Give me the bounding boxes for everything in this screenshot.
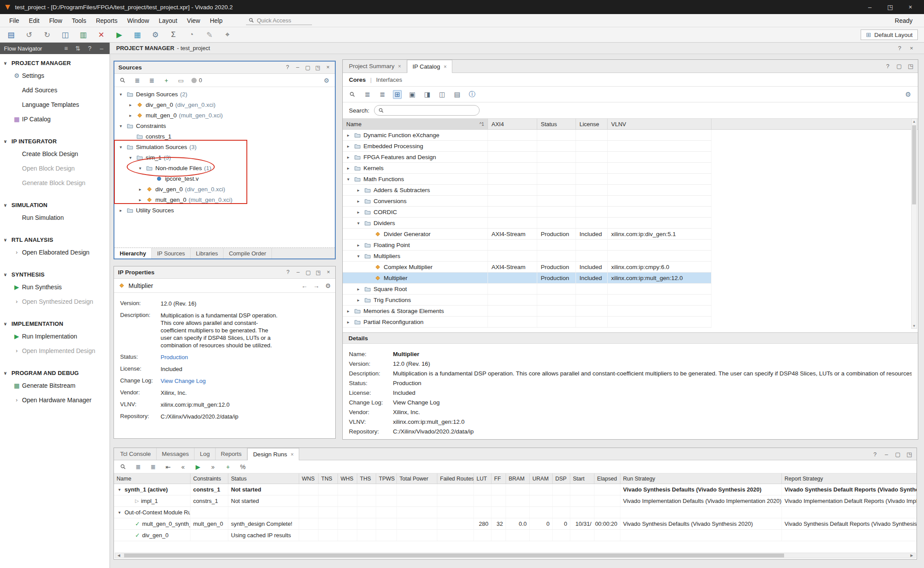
expand-all-icon[interactable]: ≣ [149, 462, 157, 471]
column-header-tpws[interactable]: TPWS [376, 473, 397, 484]
flow-item-ip-catalog[interactable]: ▦IP Catalog [0, 112, 110, 126]
subtab-interfaces[interactable]: Interfaces [376, 76, 402, 83]
float-icon[interactable]: ▢ [305, 64, 311, 71]
chevron-down-icon[interactable]: ▾ [118, 92, 124, 97]
scroll-up-icon[interactable]: ▲ [912, 119, 917, 124]
collapse-all-icon[interactable]: ≣ [133, 76, 141, 85]
sources-tree-item-constrs-1[interactable]: constrs_1 [114, 131, 335, 142]
catalog-row-cordic[interactable]: ▸CORDIC [343, 207, 711, 218]
fast-forward-icon[interactable]: » [209, 462, 217, 471]
probe-icon[interactable]: ⌖ [223, 30, 232, 39]
chevron-down-icon[interactable]: ▾ [137, 166, 143, 171]
redo-icon[interactable]: ↻ [42, 30, 52, 40]
flow-item-add-sources[interactable]: Add Sources [0, 83, 110, 97]
help-icon[interactable]: ? [285, 64, 290, 71]
catalog-row-embedded-processing[interactable]: ▸Embedded Processing [343, 141, 711, 152]
close-icon[interactable]: × [901, 1, 920, 13]
chevron-down-icon[interactable]: ▾ [356, 221, 361, 226]
sources-tree-item-design-sources[interactable]: ▾Design Sources(2) [114, 89, 335, 99]
tab-reports[interactable]: Reports [216, 448, 247, 460]
customize-ip-icon[interactable]: ◨ [423, 90, 432, 99]
column-header-bram[interactable]: BRAM [506, 473, 530, 484]
search-icon[interactable] [348, 90, 357, 99]
design-run-row-synth-1-active[interactable]: ▾synth_1 (active)constrs_1Not startedViv… [114, 484, 917, 495]
grid-icon[interactable]: ▤ [453, 90, 462, 99]
column-header-lut[interactable]: LUT [474, 473, 491, 484]
sum-icon[interactable]: Σ [169, 30, 178, 39]
hierarchy-view-icon[interactable]: ⊞ [393, 90, 402, 99]
chevron-right-icon[interactable]: ▸ [128, 102, 133, 107]
catalog-row-adders-subtracters[interactable]: ▸Adders & Subtracters [343, 185, 711, 196]
minimize-icon[interactable]: – [295, 269, 301, 276]
catalog-row-memories-storage-elements[interactable]: ▸Memories & Storage Elements [343, 306, 711, 317]
float-icon[interactable]: ▢ [305, 269, 311, 276]
chevron-right-icon[interactable]: ▸ [356, 287, 361, 291]
forward-icon[interactable]: → [313, 282, 319, 289]
flow-item-open-implemented-design[interactable]: ›Open Implemented Design [0, 343, 110, 358]
maximize-icon[interactable]: ◳ [906, 451, 912, 458]
catalog-row-multipliers[interactable]: ▾Multipliers [343, 251, 711, 262]
sources-tree-item-non-module-files[interactable]: ▾Non-module Files(1) [114, 163, 335, 173]
menu-help[interactable]: Help [205, 17, 227, 24]
minimize-icon[interactable]: – [884, 451, 889, 458]
menu-reports[interactable]: Reports [91, 17, 122, 24]
column-header-name[interactable]: Name^1 [343, 119, 488, 129]
info-icon[interactable]: ⓘ [468, 90, 477, 99]
chevron-down-icon[interactable]: ▾ [118, 145, 124, 149]
scroll-down-icon[interactable]: ▼ [912, 324, 917, 328]
close-icon[interactable]: × [290, 451, 293, 458]
menu-edit[interactable]: Edit [24, 17, 44, 24]
collapse-all-icon[interactable]: ≣ [363, 90, 372, 99]
catalog-row-divider-generator[interactable]: Divider GeneratorAXI4-StreamProductionIn… [343, 229, 711, 240]
chevron-right-icon[interactable]: ▸ [137, 187, 143, 192]
maximize-icon[interactable]: ◳ [908, 63, 913, 69]
close-icon[interactable]: × [398, 63, 401, 69]
close-icon[interactable]: × [325, 64, 331, 71]
flow-item-run-implementation[interactable]: ▶Run Implementation [0, 329, 110, 343]
catalog-row-fpga-features-and-design[interactable]: ▸FPGA Features and Design [343, 152, 711, 163]
tab-log[interactable]: Log [194, 448, 216, 460]
chevron-right-icon[interactable]: ▸ [356, 188, 361, 193]
catalog-row-conversions[interactable]: ▸Conversions [343, 196, 711, 207]
flow-section-header-ip-integrator[interactable]: ∨IP INTEGRATOR [0, 136, 110, 146]
close-icon[interactable]: × [909, 45, 914, 51]
edit-icon[interactable]: ✎ [205, 30, 214, 40]
scroll-right-icon[interactable]: ▶ [909, 553, 915, 558]
design-run-row-out-of-context-module-runs[interactable]: ▾Out-of-Context Module Runs [114, 507, 917, 518]
percent-icon[interactable]: % [239, 462, 247, 471]
link-icon[interactable]: ◫ [438, 90, 447, 99]
merge-icon[interactable]: ▣ [408, 90, 417, 99]
flow-item-generate-bitstream[interactable]: ▦Generate Bitstream [0, 378, 110, 393]
chevron-down-icon[interactable]: ▾ [117, 487, 122, 492]
design-run-row-div-gen-0[interactable]: ✓div_gen_0Using cached IP results [114, 530, 917, 541]
flow-section-header-synthesis[interactable]: ∨SYNTHESIS [0, 269, 110, 280]
sources-tab-libraries[interactable]: Libraries [191, 248, 224, 259]
chevron-down-icon[interactable]: ▾ [128, 155, 133, 160]
sources-tab-hierarchy[interactable]: Hierarchy [114, 248, 152, 259]
chevron-right-icon[interactable]: ▸ [356, 210, 361, 215]
sources-tree-item-div-gen-0[interactable]: ▸div_gen_0(div_gen_0.xci) [114, 184, 335, 194]
column-header-license[interactable]: License [576, 119, 608, 129]
flow-section-header-implementation[interactable]: ∨IMPLEMENTATION [0, 318, 110, 329]
chevron-down-icon[interactable]: ▾ [117, 510, 122, 515]
scrollbar-thumb[interactable] [912, 125, 916, 204]
back-icon[interactable]: ← [301, 282, 308, 289]
column-header-axi4[interactable]: AXI4 [488, 119, 537, 129]
column-header-run-strategy[interactable]: Run Strategy [620, 473, 782, 484]
catalog-vertical-scrollbar[interactable]: ▲ ▼ [911, 119, 917, 329]
column-header-status[interactable]: Status [537, 119, 576, 129]
column-header-whs[interactable]: WHS [338, 473, 357, 484]
catalog-row-kernels[interactable]: ▸Kernels [343, 163, 711, 174]
tab-project-summary[interactable]: Project Summary× [344, 60, 407, 73]
column-header-name[interactable]: Name [114, 473, 191, 484]
sources-tree-item-mult-gen-0[interactable]: ▸mult_gen_0(mult_gen_0.xci) [114, 110, 335, 120]
column-header-failed-routes[interactable]: Failed Routes [437, 473, 474, 484]
goto-start-icon[interactable]: ⇤ [164, 462, 172, 471]
flow-item-language-templates[interactable]: Language Templates [0, 97, 110, 112]
flow-item-open-block-design[interactable]: Open Block Design [0, 161, 110, 175]
flow-section-header-simulation[interactable]: ∨SIMULATION [0, 200, 110, 210]
sources-tree-item-ipcore-test-v[interactable]: ipcore_test.v [114, 173, 335, 184]
sources-tree-item-mult-gen-0[interactable]: ▸mult_gen_0(mult_gen_0.xci) [114, 194, 335, 205]
column-header-ff[interactable]: FF [491, 473, 506, 484]
property-value[interactable]: Production [161, 353, 280, 361]
